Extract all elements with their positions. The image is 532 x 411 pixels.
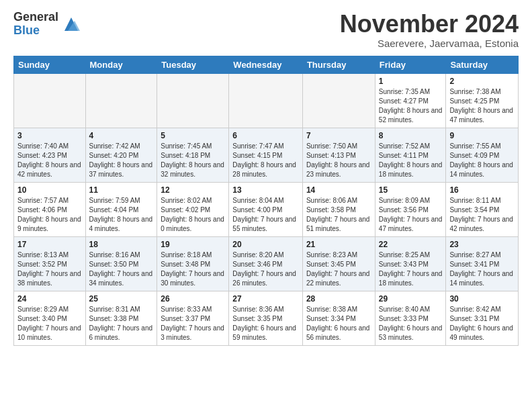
day-info: Sunrise: 8:09 AM Sunset: 3:56 PM Dayligh… — [379, 196, 443, 234]
day-number: 8 — [379, 131, 443, 140]
table-row: 14Sunrise: 8:06 AM Sunset: 3:58 PM Dayli… — [302, 182, 375, 236]
calendar-table: Sunday Monday Tuesday Wednesday Thursday… — [13, 56, 519, 346]
day-number: 29 — [379, 294, 443, 304]
table-row: 23Sunrise: 8:27 AM Sunset: 3:41 PM Dayli… — [446, 236, 519, 291]
header: General Blue November 2024 Saerevere, Ja… — [13, 11, 519, 49]
day-number: 11 — [89, 185, 154, 195]
day-number: 5 — [161, 131, 225, 140]
calendar-week-row: 1Sunrise: 7:35 AM Sunset: 4:27 PM Daylig… — [14, 73, 519, 128]
table-row: 5Sunrise: 7:45 AM Sunset: 4:18 PM Daylig… — [157, 128, 229, 182]
calendar-week-row: 17Sunrise: 8:13 AM Sunset: 3:52 PM Dayli… — [14, 236, 519, 291]
header-thursday: Thursday — [302, 56, 375, 73]
header-saturday: Saturday — [446, 56, 519, 73]
day-info: Sunrise: 8:40 AM Sunset: 3:33 PM Dayligh… — [379, 305, 443, 342]
day-info: Sunrise: 8:25 AM Sunset: 3:43 PM Dayligh… — [379, 250, 443, 288]
day-info: Sunrise: 8:06 AM Sunset: 3:58 PM Dayligh… — [306, 196, 371, 234]
table-row: 28Sunrise: 8:38 AM Sunset: 3:34 PM Dayli… — [302, 291, 375, 345]
day-number: 16 — [449, 185, 515, 195]
day-number: 4 — [89, 131, 154, 140]
logo-blue: Blue — [13, 24, 58, 38]
day-info: Sunrise: 7:45 AM Sunset: 4:18 PM Dayligh… — [161, 142, 225, 179]
calendar-week-row: 10Sunrise: 7:57 AM Sunset: 4:06 PM Dayli… — [14, 182, 519, 236]
day-number: 10 — [17, 185, 82, 195]
table-row — [302, 73, 375, 128]
day-number: 1 — [379, 77, 443, 86]
table-row: 13Sunrise: 8:04 AM Sunset: 4:00 PM Dayli… — [229, 182, 303, 236]
table-row: 25Sunrise: 8:31 AM Sunset: 3:38 PM Dayli… — [85, 291, 157, 345]
day-info: Sunrise: 8:20 AM Sunset: 3:46 PM Dayligh… — [232, 250, 299, 288]
day-number: 3 — [17, 131, 82, 140]
table-row: 21Sunrise: 8:23 AM Sunset: 3:45 PM Dayli… — [302, 236, 375, 291]
day-number: 27 — [232, 294, 299, 304]
day-number: 24 — [17, 294, 82, 304]
day-info: Sunrise: 7:55 AM Sunset: 4:09 PM Dayligh… — [449, 142, 515, 179]
table-row: 3Sunrise: 7:40 AM Sunset: 4:23 PM Daylig… — [14, 128, 86, 182]
day-info: Sunrise: 8:11 AM Sunset: 3:54 PM Dayligh… — [449, 196, 515, 234]
table-row: 4Sunrise: 7:42 AM Sunset: 4:20 PM Daylig… — [85, 128, 157, 182]
table-row — [14, 73, 86, 128]
table-row: 11Sunrise: 7:59 AM Sunset: 4:04 PM Dayli… — [85, 182, 157, 236]
day-number: 13 — [232, 185, 299, 195]
day-number: 23 — [449, 240, 515, 249]
table-row: 8Sunrise: 7:52 AM Sunset: 4:11 PM Daylig… — [375, 128, 446, 182]
header-sunday: Sunday — [14, 56, 86, 73]
table-row: 6Sunrise: 7:47 AM Sunset: 4:15 PM Daylig… — [229, 128, 303, 182]
day-info: Sunrise: 8:02 AM Sunset: 4:02 PM Dayligh… — [161, 196, 225, 234]
table-row: 26Sunrise: 8:33 AM Sunset: 3:37 PM Dayli… — [157, 291, 229, 345]
calendar-week-row: 3Sunrise: 7:40 AM Sunset: 4:23 PM Daylig… — [14, 128, 519, 182]
day-number: 22 — [379, 240, 443, 249]
day-number: 21 — [306, 240, 371, 249]
day-number: 6 — [232, 131, 299, 140]
logo-icon — [61, 14, 81, 34]
day-number: 2 — [449, 77, 515, 86]
table-row: 22Sunrise: 8:25 AM Sunset: 3:43 PM Dayli… — [375, 236, 446, 291]
day-info: Sunrise: 8:38 AM Sunset: 3:34 PM Dayligh… — [306, 305, 371, 342]
day-number: 17 — [17, 240, 82, 249]
header-monday: Monday — [85, 56, 157, 73]
day-info: Sunrise: 8:33 AM Sunset: 3:37 PM Dayligh… — [161, 305, 225, 342]
day-info: Sunrise: 7:57 AM Sunset: 4:06 PM Dayligh… — [17, 196, 82, 234]
day-number: 28 — [306, 294, 371, 304]
day-info: Sunrise: 8:31 AM Sunset: 3:38 PM Dayligh… — [89, 305, 154, 342]
day-info: Sunrise: 7:40 AM Sunset: 4:23 PM Dayligh… — [17, 142, 82, 179]
day-number: 19 — [161, 240, 225, 249]
day-number: 15 — [379, 185, 443, 195]
table-row — [85, 73, 157, 128]
day-number: 30 — [449, 294, 515, 304]
table-row: 20Sunrise: 8:20 AM Sunset: 3:46 PM Dayli… — [229, 236, 303, 291]
logo-text: General Blue — [13, 11, 58, 38]
day-info: Sunrise: 8:16 AM Sunset: 3:50 PM Dayligh… — [89, 250, 154, 288]
table-row: 19Sunrise: 8:18 AM Sunset: 3:48 PM Dayli… — [157, 236, 229, 291]
logo-general: General — [13, 11, 58, 24]
day-number: 7 — [306, 131, 371, 140]
day-number: 26 — [161, 294, 225, 304]
page: General Blue November 2024 Saerevere, Ja… — [0, 0, 532, 411]
day-info: Sunrise: 8:29 AM Sunset: 3:40 PM Dayligh… — [17, 305, 82, 342]
day-info: Sunrise: 8:18 AM Sunset: 3:48 PM Dayligh… — [161, 250, 225, 288]
table-row: 7Sunrise: 7:50 AM Sunset: 4:13 PM Daylig… — [302, 128, 375, 182]
table-row: 12Sunrise: 8:02 AM Sunset: 4:02 PM Dayli… — [157, 182, 229, 236]
day-number: 18 — [89, 240, 154, 249]
table-row: 18Sunrise: 8:16 AM Sunset: 3:50 PM Dayli… — [85, 236, 157, 291]
day-info: Sunrise: 8:42 AM Sunset: 3:31 PM Dayligh… — [449, 305, 515, 342]
table-row — [157, 73, 229, 128]
table-row: 9Sunrise: 7:55 AM Sunset: 4:09 PM Daylig… — [446, 128, 519, 182]
table-row: 29Sunrise: 8:40 AM Sunset: 3:33 PM Dayli… — [375, 291, 446, 345]
day-number: 25 — [89, 294, 154, 304]
day-info: Sunrise: 7:52 AM Sunset: 4:11 PM Dayligh… — [379, 142, 443, 179]
calendar-header-row: Sunday Monday Tuesday Wednesday Thursday… — [14, 56, 519, 73]
day-info: Sunrise: 8:36 AM Sunset: 3:35 PM Dayligh… — [232, 305, 299, 342]
table-row: 24Sunrise: 8:29 AM Sunset: 3:40 PM Dayli… — [14, 291, 86, 345]
table-row: 30Sunrise: 8:42 AM Sunset: 3:31 PM Dayli… — [446, 291, 519, 345]
title-section: November 2024 Saerevere, Jaervamaa, Esto… — [340, 11, 519, 49]
day-info: Sunrise: 7:47 AM Sunset: 4:15 PM Dayligh… — [232, 142, 299, 179]
day-info: Sunrise: 8:23 AM Sunset: 3:45 PM Dayligh… — [306, 250, 371, 288]
day-number: 14 — [306, 185, 371, 195]
day-number: 12 — [161, 185, 225, 195]
table-row: 17Sunrise: 8:13 AM Sunset: 3:52 PM Dayli… — [14, 236, 86, 291]
table-row: 2Sunrise: 7:38 AM Sunset: 4:25 PM Daylig… — [446, 73, 519, 128]
day-info: Sunrise: 8:13 AM Sunset: 3:52 PM Dayligh… — [17, 250, 82, 288]
table-row — [229, 73, 303, 128]
day-info: Sunrise: 8:27 AM Sunset: 3:41 PM Dayligh… — [449, 250, 515, 288]
table-row: 15Sunrise: 8:09 AM Sunset: 3:56 PM Dayli… — [375, 182, 446, 236]
